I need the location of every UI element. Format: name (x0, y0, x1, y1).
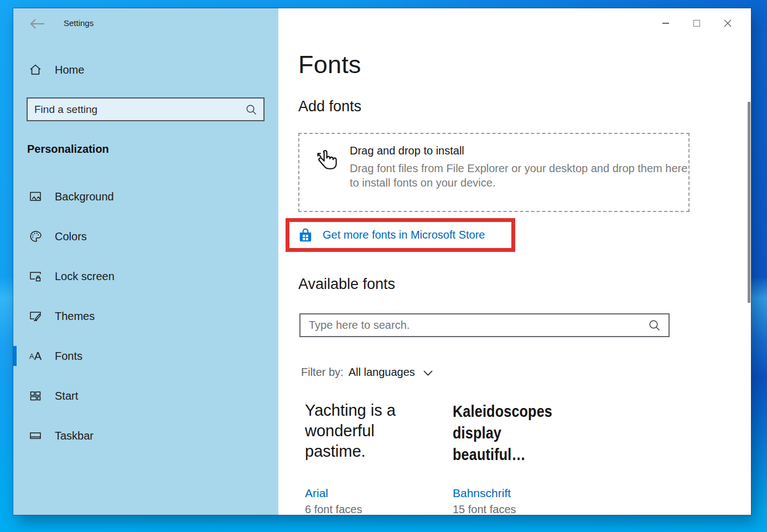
sidebar-item-label: Colors (55, 230, 87, 243)
close-button[interactable] (712, 14, 743, 33)
font-faces-count: 6 font faces (305, 503, 362, 516)
sidebar-item-home[interactable]: Home (13, 58, 278, 82)
font-search-box (299, 313, 670, 337)
window-controls (650, 14, 743, 33)
start-tiles-icon (29, 389, 42, 402)
sidebar-section-header: Personalization (27, 143, 109, 156)
sidebar-item-label: Themes (55, 310, 95, 323)
sidebar-item-lock-screen[interactable]: Lock screen (13, 264, 278, 288)
sidebar-item-start[interactable]: Start (13, 384, 278, 408)
themes-icon (29, 309, 42, 323)
minimize-button[interactable] (650, 14, 681, 33)
sidebar-item-label: Start (55, 390, 78, 402)
back-arrow-icon (29, 18, 46, 29)
font-name-link[interactable]: Arial (305, 487, 328, 500)
palette-icon (29, 230, 42, 243)
font-preview-text: Kaleidoscopes display beautiful… (453, 400, 573, 465)
font-search-input[interactable] (309, 319, 649, 332)
selected-item-indicator (13, 346, 17, 366)
sidebar-item-background[interactable]: Background (13, 184, 278, 209)
get-more-fonts-label: Get more fonts in Microsoft Store (323, 229, 485, 241)
home-icon (29, 63, 42, 76)
window-title: Settings (64, 18, 94, 28)
microsoft-store-icon (297, 227, 314, 244)
image-icon (29, 190, 42, 203)
sidebar-item-taskbar[interactable]: Taskbar (13, 423, 278, 448)
dropzone-description: Drag font files from File Explorer or yo… (350, 161, 688, 190)
back-button[interactable] (25, 16, 50, 32)
find-setting-input[interactable] (34, 104, 246, 116)
sidebar: Settings Home Personalization (13, 8, 278, 515)
taskbar-icon (29, 429, 42, 442)
red-highlight-annotation: Get more fonts in Microsoft Store (286, 218, 515, 252)
page-title: Fonts (298, 50, 361, 79)
language-filter-dropdown[interactable]: Filter by: All languages (301, 366, 433, 379)
drag-drop-hand-icon (313, 147, 341, 176)
sidebar-item-themes[interactable]: Themes (13, 304, 278, 328)
font-faces-count: 15 font faces (453, 503, 516, 516)
font-tile-bahnschrift[interactable]: Kaleidoscopes display beautiful… Bahnsch… (453, 400, 597, 465)
minimize-icon (662, 23, 669, 24)
vertical-scrollbar[interactable] (748, 102, 750, 303)
filter-value: All languages (349, 366, 415, 379)
sidebar-item-label: Home (55, 64, 84, 76)
dropzone-title: Drag and drop to install (350, 144, 688, 157)
chevron-down-icon (423, 370, 433, 376)
sidebar-search-box (27, 97, 265, 121)
font-tile-arial[interactable]: Yachting is a wonderful pastime. Arial 6… (305, 400, 449, 462)
close-icon (724, 19, 732, 27)
desktop-wallpaper: Settings Home Personalization (0, 0, 767, 532)
maximize-button[interactable] (681, 14, 712, 33)
font-dropzone[interactable]: Drag and drop to install Drag font files… (298, 133, 690, 212)
sidebar-item-fonts[interactable]: AA Fonts (13, 344, 278, 368)
settings-window: Settings Home Personalization (13, 8, 751, 515)
get-more-fonts-link[interactable]: Get more fonts in Microsoft Store (297, 222, 485, 248)
fonts-icon: AA (29, 349, 42, 363)
add-fonts-heading: Add fonts (298, 98, 361, 115)
dropzone-text: Drag and drop to install Drag font files… (350, 144, 688, 190)
lock-screen-icon (29, 270, 42, 283)
search-icon (649, 319, 660, 331)
font-preview-text: Yachting is a wonderful pastime. (305, 400, 424, 462)
font-name-link[interactable]: Bahnschrift (453, 487, 511, 500)
sidebar-item-label: Lock screen (55, 270, 115, 283)
sidebar-item-label: Fonts (55, 350, 82, 363)
sidebar-item-label: Taskbar (55, 430, 94, 442)
available-fonts-heading: Available fonts (298, 276, 395, 293)
sidebar-item-label: Background (55, 190, 114, 203)
filter-by-label: Filter by: (301, 366, 344, 379)
sidebar-item-colors[interactable]: Colors (13, 224, 278, 249)
maximize-icon (693, 20, 700, 27)
search-icon (246, 104, 257, 115)
